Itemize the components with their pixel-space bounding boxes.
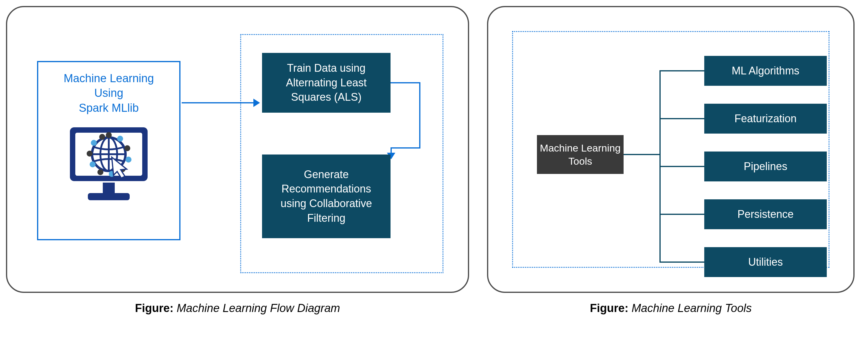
bracket-arm-3 bbox=[659, 214, 704, 215]
svg-point-18 bbox=[99, 134, 105, 140]
svg-rect-3 bbox=[88, 193, 130, 200]
svg-point-14 bbox=[97, 169, 103, 175]
flow-diagram-panel: Machine Learning Using Spark MLlib bbox=[6, 6, 469, 293]
svg-point-10 bbox=[124, 145, 130, 151]
tool-persistence: Persistence bbox=[704, 199, 827, 229]
process-steps-group: Train Data using Alternating Least Squar… bbox=[240, 34, 443, 273]
tool-pipelines: Pipelines bbox=[704, 152, 827, 181]
caption-text: Machine Learning Flow Diagram bbox=[177, 302, 340, 314]
diagram-container: Machine Learning Using Spark MLlib bbox=[6, 6, 862, 315]
tool-featurization: Featurization bbox=[704, 104, 827, 133]
tools-dotted-border: Machine Learning Tools ML Algorithms Fea… bbox=[512, 31, 830, 268]
bracket-arm-2 bbox=[659, 166, 704, 167]
spark-mllib-title: Machine Learning Using Spark MLlib bbox=[64, 71, 154, 115]
recommend-cf-box: Generate Recommendations using Collabora… bbox=[262, 154, 391, 238]
monitor-globe-icon bbox=[64, 124, 154, 208]
arrow2-v2 bbox=[391, 147, 392, 153]
svg-point-17 bbox=[91, 140, 97, 146]
right-column: Machine Learning Tools ML Algorithms Fea… bbox=[487, 6, 855, 315]
caption-label: Figure: bbox=[590, 302, 628, 314]
arrow2-h2 bbox=[391, 147, 421, 149]
caption-text: Machine Learning Tools bbox=[632, 302, 752, 314]
right-caption: Figure: Machine Learning Tools bbox=[487, 302, 855, 315]
line1: Machine Learning bbox=[64, 72, 154, 85]
svg-point-9 bbox=[117, 136, 123, 142]
tools-panel: Machine Learning Tools ML Algorithms Fea… bbox=[487, 6, 855, 293]
bracket-arm-1 bbox=[659, 118, 704, 119]
bracket-arm-0 bbox=[659, 70, 704, 71]
left-column: Machine Learning Using Spark MLlib bbox=[6, 6, 469, 315]
svg-point-8 bbox=[106, 132, 112, 138]
line2: Using bbox=[94, 87, 123, 99]
left-caption: Figure: Machine Learning Flow Diagram bbox=[6, 302, 469, 315]
bracket-main bbox=[624, 154, 659, 155]
hub-ml-tools: Machine Learning Tools bbox=[537, 135, 624, 174]
line3: Spark MLlib bbox=[79, 102, 139, 114]
arrow2-v bbox=[419, 82, 421, 149]
spark-mllib-box: Machine Learning Using Spark MLlib bbox=[37, 61, 181, 240]
tool-ml-algorithms: ML Algorithms bbox=[704, 56, 827, 86]
bracket-arm-4 bbox=[659, 262, 704, 263]
svg-rect-2 bbox=[103, 183, 115, 193]
svg-point-11 bbox=[125, 157, 131, 162]
svg-point-16 bbox=[87, 151, 93, 157]
svg-point-15 bbox=[90, 161, 96, 167]
train-als-box: Train Data using Alternating Least Squar… bbox=[262, 53, 391, 113]
caption-label: Figure: bbox=[135, 302, 174, 314]
arrow2-h bbox=[391, 82, 421, 83]
tool-utilities: Utilities bbox=[704, 247, 827, 277]
